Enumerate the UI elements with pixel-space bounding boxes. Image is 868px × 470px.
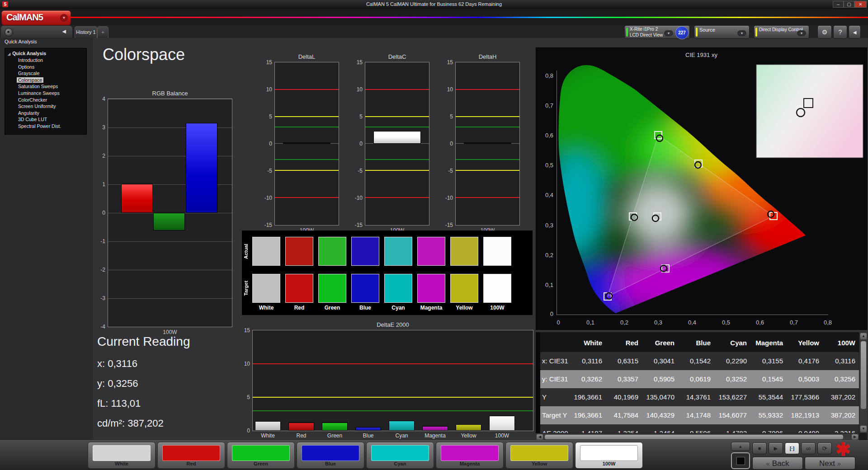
scrollbar-thumb[interactable]: [545, 435, 843, 439]
pattern-button-cyan[interactable]: Cyan: [366, 442, 434, 469]
tray-up-button[interactable]: ▲: [731, 442, 750, 451]
loop-button[interactable]: ⟳: [817, 442, 832, 454]
axis-tick: 1: [102, 181, 105, 188]
target-swatch-green: [318, 274, 346, 303]
back-button[interactable]: « Back: [752, 457, 803, 470]
source-dropdown[interactable]: Source ▼: [694, 25, 750, 39]
sidebar-item-grayscale[interactable]: Grayscale: [5, 70, 86, 77]
meter-dropdown[interactable]: X-Rite i1Pro 2 LCD Direct View ▼ 227: [624, 25, 690, 39]
display-control-label: Direct Display Control: [759, 27, 803, 32]
calman-window: 5 CalMAN 5 CalMAN Ultimate for Business …: [0, 0, 868, 470]
table-vertical-scrollbar[interactable]: ▲ ▼: [859, 332, 867, 433]
axis-tick: 10: [447, 86, 453, 93]
close-button[interactable]: ✕: [854, 1, 867, 8]
pattern-button-100w[interactable]: 100W: [575, 442, 643, 469]
pattern-button-red[interactable]: Red: [157, 442, 225, 469]
settings-button[interactable]: ⚙: [817, 25, 832, 39]
display-control-dropdown[interactable]: Direct Display Control ▼: [754, 25, 809, 39]
pattern-button-blue[interactable]: Blue: [297, 442, 364, 469]
sidebar-item-angularity[interactable]: Angularity: [5, 110, 86, 117]
minimize-button[interactable]: –: [833, 1, 844, 8]
refline-yellow-pos: [365, 116, 429, 117]
axis-tick: -10: [355, 195, 363, 201]
rgb-bar-red: [121, 184, 153, 213]
refline-red-neg: [365, 197, 429, 198]
refline-red-pos: [365, 89, 429, 90]
scroll-right-icon[interactable]: ▶: [852, 434, 858, 440]
deltae-bar-yellow: [456, 424, 481, 431]
target-swatch-white: [252, 274, 280, 303]
axis-tick: 15: [357, 59, 363, 66]
sidebar-item-colorchecker[interactable]: ColorChecker: [5, 97, 86, 103]
maximize-button[interactable]: ▢: [844, 1, 854, 8]
read-continuous-button[interactable]: [·]: [785, 442, 799, 454]
sidebar-item-spectral-power[interactable]: Spectral Power Dist.: [5, 123, 86, 130]
calman-menu-button[interactable]: CalMAN5 ▼: [1, 10, 71, 25]
back-chevron-icon: «: [766, 460, 770, 467]
axis-tick: 2: [102, 153, 105, 159]
axis-tick: -15: [264, 222, 272, 228]
led-indicator[interactable]: [5, 28, 13, 37]
swatch-col-label: Magenta: [417, 305, 445, 311]
up-arrow-icon: ▲: [739, 444, 743, 449]
tab-history[interactable]: History 1: [75, 26, 97, 38]
source-dropdown-icon[interactable]: ▼: [737, 30, 746, 36]
target-swatch-cyan: [384, 274, 412, 303]
target-swatch-red: [285, 274, 313, 303]
swatch-col-label: Blue: [351, 305, 379, 311]
target-row-label: Target: [243, 274, 250, 303]
sidebar-item-luminance-sweeps[interactable]: Luminance Sweeps: [5, 90, 86, 97]
axis-tick: 10: [266, 86, 272, 93]
col-header: Green: [642, 332, 678, 352]
play-button[interactable]: ▶: [769, 442, 783, 454]
refline-red: [253, 363, 533, 364]
axis-tick: -10: [264, 195, 272, 201]
pattern-button-white[interactable]: White: [88, 442, 156, 469]
scrollbar-thumb[interactable]: [861, 341, 866, 409]
display-control-dropdown-icon[interactable]: ▼: [797, 30, 806, 36]
deltae-cat-label: Magenta: [422, 432, 448, 439]
meter-dropdown-icon[interactable]: ▼: [664, 30, 673, 36]
continuous-measure-button[interactable]: ∞: [801, 442, 816, 454]
refline-green: [253, 410, 533, 411]
table-row: Target Y 196,366141,7584 140,432914,1748…: [536, 406, 859, 424]
scroll-up-icon[interactable]: ▲: [860, 333, 867, 339]
stop-button[interactable]: ■: [752, 442, 767, 454]
logo-dropdown-icon[interactable]: ▼: [60, 14, 68, 22]
sidebar-item-screen-uniformity[interactable]: Screen Uniformity: [5, 103, 86, 110]
actual-swatch-yellow: [450, 237, 478, 266]
tree-root[interactable]: ◢Quick Analysis: [8, 51, 86, 56]
whitepoint-inset: [756, 65, 863, 158]
sidebar-collapse-icon[interactable]: ◀: [62, 28, 66, 34]
col-header: Red: [606, 332, 642, 352]
source-label: Source: [699, 27, 715, 33]
sidebar-item-colorspace[interactable]: Colorspace: [5, 77, 86, 84]
panel-collapse-button[interactable]: ◀: [849, 25, 861, 39]
table-horizontal-scrollbar[interactable]: ◀ ▶: [536, 433, 859, 440]
pattern-button-yellow[interactable]: Yellow: [505, 442, 573, 469]
scroll-left-icon[interactable]: ◀: [537, 434, 543, 440]
scroll-down-icon[interactable]: ▼: [860, 426, 867, 432]
tree-expander-icon[interactable]: ◢: [8, 52, 10, 56]
axis-tick: 10: [357, 86, 363, 93]
axis-tick: 10: [244, 361, 250, 367]
pattern-button-magenta[interactable]: Magenta: [436, 442, 504, 469]
sidebar-item-saturation-sweeps[interactable]: Saturation Sweeps: [5, 83, 86, 90]
next-button[interactable]: Next »: [805, 457, 855, 470]
col-header: Cyan: [714, 332, 750, 352]
swatch-col-label: Yellow: [450, 305, 478, 311]
add-tab-button[interactable]: +: [97, 26, 108, 38]
page-title: Colorspace: [103, 45, 185, 64]
titlebar: 5 CalMAN 5 CalMAN Ultimate for Business …: [0, 0, 868, 9]
pattern-window-button[interactable]: [731, 452, 750, 469]
pattern-button-green[interactable]: Green: [227, 442, 295, 469]
stop-icon: ■: [758, 446, 761, 451]
sidebar-item-introduction[interactable]: Introduction: [5, 57, 86, 64]
help-button[interactable]: ?: [833, 25, 847, 39]
axis-tick: -2: [100, 267, 105, 273]
loop-icon: ⟳: [822, 445, 827, 452]
rgb-bar-blue: [186, 123, 217, 213]
sidebar-item-options[interactable]: Options: [5, 64, 86, 70]
sidebar-item-3d-cube-lut[interactable]: 3D Cube LUT: [5, 116, 86, 123]
refline-yellow-pos: [456, 116, 519, 117]
